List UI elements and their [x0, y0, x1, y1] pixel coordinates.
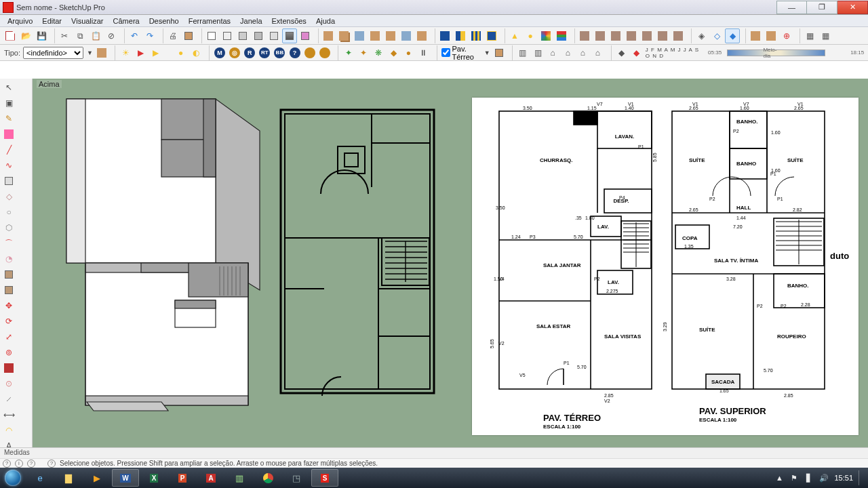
- viewport[interactable]: Acima: [33, 79, 868, 468]
- help-1-icon[interactable]: ?: [3, 460, 11, 468]
- comp-d-icon[interactable]: [624, 28, 639, 43]
- round-r-icon[interactable]: R: [243, 45, 256, 60]
- camera-b-icon[interactable]: ▥: [532, 45, 544, 60]
- new-file-icon[interactable]: [3, 28, 18, 43]
- layer4-icon[interactable]: [368, 28, 382, 43]
- view-top-icon[interactable]: ◇: [709, 28, 724, 43]
- round-o-icon[interactable]: ◎: [229, 45, 241, 60]
- panel-grid-icon[interactable]: [484, 28, 499, 43]
- print-icon[interactable]: 🖨: [165, 28, 180, 43]
- cut-icon[interactable]: ✂: [57, 28, 72, 43]
- show-desktop[interactable]: [859, 470, 864, 485]
- help-4-icon[interactable]: ?: [47, 460, 56, 468]
- ext-d-icon[interactable]: ◆: [387, 45, 399, 60]
- move-icon[interactable]: ✥: [1, 298, 16, 313]
- style-shaded-tex-icon[interactable]: [251, 28, 266, 43]
- comp-a-icon[interactable]: [577, 28, 592, 43]
- layer-icon[interactable]: [321, 28, 336, 43]
- task-excel-icon[interactable]: X: [140, 469, 167, 487]
- ext-e-icon[interactable]: ●: [402, 45, 414, 60]
- render-a-icon[interactable]: ◆: [616, 45, 628, 60]
- layer2-icon[interactable]: [336, 28, 351, 43]
- type-dropdown-icon[interactable]: ▼: [87, 49, 93, 56]
- polygon-icon[interactable]: ⬡: [1, 220, 16, 235]
- style-xray-icon[interactable]: [282, 28, 297, 43]
- ext-a-icon[interactable]: ✦: [342, 45, 355, 60]
- menu-ferramentas[interactable]: Ferramentas: [184, 16, 235, 26]
- offset-icon[interactable]: ⊚: [1, 345, 16, 360]
- redo-icon[interactable]: ↷: [142, 28, 157, 43]
- style-mono-icon[interactable]: [267, 28, 281, 43]
- rotate-icon[interactable]: ⟳: [1, 314, 16, 329]
- line-icon[interactable]: ╱: [1, 142, 16, 157]
- protractor-icon[interactable]: ◠: [1, 423, 16, 438]
- comp-f-icon[interactable]: [655, 28, 670, 43]
- eraser-icon[interactable]: [1, 127, 16, 142]
- house-d-icon[interactable]: ⌂: [591, 45, 604, 60]
- rectangle-icon[interactable]: [1, 174, 16, 188]
- round-bb-icon[interactable]: BB: [273, 45, 285, 60]
- panel-stripe-icon[interactable]: [469, 28, 484, 43]
- tray-net-icon[interactable]: ▋: [804, 473, 814, 483]
- round-m-icon[interactable]: M: [214, 45, 226, 60]
- shadow-e-icon[interactable]: ◐: [190, 45, 202, 60]
- menu-desenho[interactable]: Desenho: [144, 16, 184, 26]
- save-icon[interactable]: 💾: [34, 28, 49, 43]
- camera-a-icon[interactable]: ▥: [517, 45, 529, 60]
- sun-icon[interactable]: ▲: [507, 28, 522, 43]
- task-word-icon[interactable]: W: [112, 469, 139, 487]
- menu-arquivo[interactable]: Arquivo: [3, 16, 37, 26]
- house-c-icon[interactable]: ⌂: [576, 45, 589, 60]
- comp-g-icon[interactable]: [671, 28, 686, 43]
- select-icon[interactable]: ↖: [1, 80, 16, 95]
- round-rt-icon[interactable]: RT: [258, 45, 271, 60]
- copy-icon[interactable]: ⧉: [73, 28, 87, 43]
- scene-checkbox[interactable]: Pav. Térreo: [441, 45, 481, 61]
- help-3-icon[interactable]: ?: [27, 460, 35, 468]
- task-explorer-icon[interactable]: ▇: [55, 469, 82, 487]
- task-sketchup-icon[interactable]: S: [311, 469, 338, 487]
- paint-icon[interactable]: ✎: [1, 111, 16, 126]
- round-g-icon[interactable]: [304, 45, 316, 60]
- menu-ajuda[interactable]: Ajuda: [311, 16, 340, 26]
- task-ppt-icon[interactable]: P: [169, 469, 196, 487]
- house-a-icon[interactable]: ⌂: [547, 45, 559, 60]
- delete-icon[interactable]: ⊘: [104, 28, 119, 43]
- circle-icon[interactable]: ○: [1, 205, 16, 220]
- warehouse2-icon[interactable]: [764, 28, 778, 43]
- close-button[interactable]: ✕: [837, 1, 868, 14]
- house-b-icon[interactable]: ⌂: [561, 45, 574, 60]
- pie-icon[interactable]: ◔: [1, 251, 16, 266]
- task-utility-icon[interactable]: ◳: [283, 469, 310, 487]
- round-q-icon[interactable]: ?: [288, 45, 300, 60]
- scale-l-icon[interactable]: ⤢: [1, 329, 16, 344]
- scene-dropdown-icon[interactable]: ▼: [484, 49, 490, 56]
- comp-e-icon[interactable]: [639, 28, 654, 43]
- ext-b-icon[interactable]: ✦: [357, 45, 370, 60]
- dimension-icon[interactable]: ⟷: [1, 407, 16, 422]
- layer3-icon[interactable]: [352, 28, 367, 43]
- ext-c-icon[interactable]: ❋: [372, 45, 384, 60]
- menu-editar[interactable]: Editar: [37, 16, 66, 26]
- open-file-icon[interactable]: 📂: [18, 28, 33, 43]
- layer5-icon[interactable]: [383, 28, 398, 43]
- undo-icon[interactable]: ↶: [127, 28, 142, 43]
- tray-up-icon[interactable]: ▲: [774, 473, 784, 483]
- comp-c-icon[interactable]: [608, 28, 623, 43]
- pushpull-icon[interactable]: [1, 267, 16, 282]
- sandbox-icon[interactable]: ▦: [802, 28, 817, 43]
- shadow-b-icon[interactable]: ▶: [134, 45, 146, 60]
- scene-opts-icon[interactable]: [493, 45, 505, 60]
- layer6-icon[interactable]: [399, 28, 414, 43]
- panel-split-icon[interactable]: [453, 28, 468, 43]
- view-front-icon[interactable]: ◆: [725, 28, 740, 43]
- arc-icon[interactable]: ⌒: [1, 236, 16, 251]
- task-chrome-icon[interactable]: [254, 469, 281, 487]
- task-ie-icon[interactable]: e: [26, 469, 54, 487]
- menu-extensoes[interactable]: Extensões: [267, 16, 311, 26]
- component-icon[interactable]: ▣: [1, 96, 16, 110]
- paste-icon[interactable]: 📋: [88, 28, 103, 43]
- comp-b-icon[interactable]: [593, 28, 608, 43]
- help-2-icon[interactable]: i: [15, 460, 23, 468]
- style-shaded-icon[interactable]: [235, 28, 250, 43]
